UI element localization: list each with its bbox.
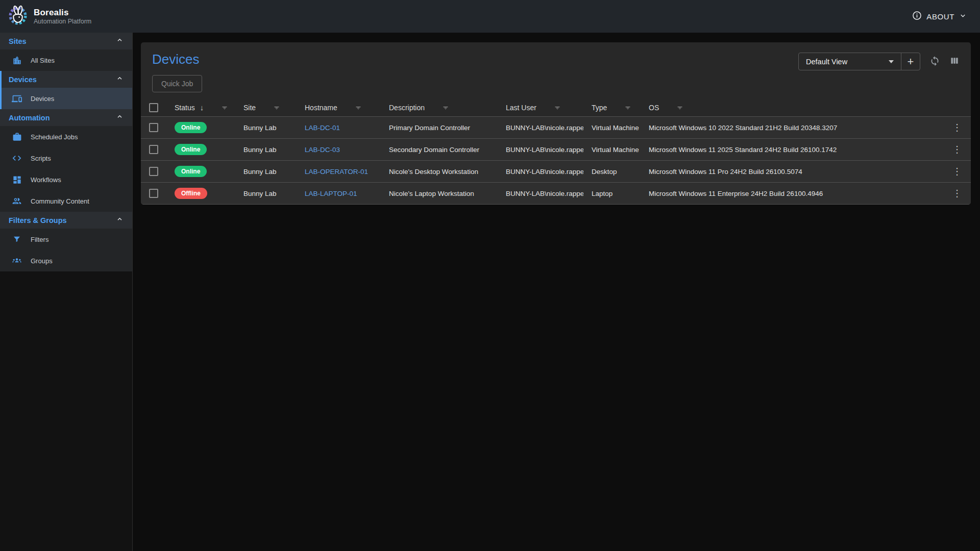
table-row[interactable]: Online Bunny Lab LAB-DC-03 Secondary Dom… — [141, 139, 971, 161]
sidebar-item-label: Filters — [31, 236, 48, 243]
filter-icon[interactable] — [624, 104, 632, 112]
filter-icon[interactable] — [442, 104, 450, 112]
status-badge: Online — [175, 166, 207, 177]
section-label: Filters & Groups — [9, 216, 67, 224]
column-header-site[interactable]: Site — [235, 104, 297, 112]
row-checkbox[interactable] — [149, 167, 158, 176]
workflows-icon — [12, 174, 22, 185]
filter-icon[interactable] — [676, 104, 684, 112]
app-title: Borealis — [34, 8, 91, 18]
sort-desc-icon — [200, 103, 204, 112]
kebab-menu-icon[interactable] — [949, 166, 965, 177]
hostname-link[interactable]: LAB-LAPTOP-01 — [305, 190, 357, 197]
filter-icon[interactable] — [553, 104, 561, 112]
chevron-up-icon — [115, 36, 124, 46]
os-cell: Microsoft Windows 10 2022 Standard 21H2 … — [641, 124, 943, 132]
site-cell: Bunny Lab — [235, 124, 297, 132]
refresh-button[interactable] — [929, 56, 940, 68]
sidebar-item-label: Devices — [31, 95, 54, 103]
code-icon — [12, 153, 22, 163]
filter-icon[interactable] — [273, 104, 281, 112]
description-cell: Primary Domain Controller — [381, 124, 498, 132]
section-label: Sites — [9, 37, 27, 45]
sidebar: SitesAll SitesDevicesDevicesAutomationSc… — [0, 33, 133, 551]
sidebar-item-all-sites[interactable]: All Sites — [0, 49, 132, 71]
status-badge: Online — [175, 144, 207, 155]
about-label: ABOUT — [926, 12, 954, 21]
description-cell: Nicole's Desktop Workstation — [381, 168, 498, 176]
kebab-menu-icon[interactable] — [949, 188, 965, 199]
app-subtitle: Automation Platform — [34, 18, 91, 25]
table-row[interactable]: Online Bunny Lab LAB-OPERATOR-01 Nicole'… — [141, 161, 971, 183]
chevron-up-icon — [115, 74, 124, 85]
site-cell: Bunny Lab — [235, 190, 297, 197]
sidebar-section-header-automation[interactable]: Automation — [0, 109, 132, 126]
sidebar-item-filters[interactable]: Filters — [0, 229, 132, 250]
sidebar-item-label: Community Content — [31, 197, 89, 205]
last-user-cell: BUNNY-LAB\nicole.rappe — [498, 146, 583, 154]
type-cell: Virtual Machine — [583, 124, 641, 132]
hostname-link[interactable]: LAB-DC-03 — [305, 146, 340, 154]
refresh-icon — [929, 56, 940, 68]
sidebar-item-community-content[interactable]: Community Content — [0, 190, 132, 212]
select-all-checkbox[interactable] — [149, 103, 158, 112]
site-cell: Bunny Lab — [235, 168, 297, 176]
borealis-logo-icon — [7, 5, 29, 28]
info-icon — [912, 11, 922, 22]
people-icon — [12, 196, 22, 206]
column-header-hostname[interactable]: Hostname — [297, 104, 381, 112]
sidebar-item-label: Scheduled Jobs — [31, 133, 78, 141]
about-menu[interactable]: ABOUT — [912, 11, 967, 22]
column-header-last-user[interactable]: Last User — [498, 104, 583, 112]
columns-icon — [949, 56, 960, 67]
column-header-description[interactable]: Description — [381, 104, 498, 112]
os-cell: Microsoft Windows 11 Enterprise 24H2 Bui… — [641, 190, 943, 197]
filter-icon[interactable] — [354, 104, 362, 112]
column-header-type[interactable]: Type — [583, 104, 641, 112]
os-cell: Microsoft Windows 11 Pro 24H2 Build 2610… — [641, 168, 943, 176]
table-row[interactable]: Offline Bunny Lab LAB-LAPTOP-01 Nicole's… — [141, 183, 971, 205]
sidebar-item-scheduled-jobs[interactable]: Scheduled Jobs — [0, 126, 132, 147]
filter-icon[interactable] — [220, 104, 229, 112]
chevron-up-icon — [115, 112, 124, 123]
column-header-os[interactable]: OS — [641, 104, 943, 112]
type-cell: Virtual Machine — [583, 146, 641, 154]
view-select[interactable]: Default View — [799, 53, 901, 70]
page-title: Devices — [152, 52, 199, 67]
row-checkbox[interactable] — [149, 123, 158, 132]
brand: Borealis Automation Platform — [7, 5, 91, 28]
hostname-link[interactable]: LAB-DC-01 — [305, 124, 340, 132]
sidebar-item-groups[interactable]: Groups — [0, 250, 132, 271]
sidebar-item-devices[interactable]: Devices — [2, 88, 132, 109]
row-checkbox[interactable] — [149, 189, 158, 198]
table-row[interactable]: Online Bunny Lab LAB-DC-01 Primary Domai… — [141, 117, 971, 139]
devices-panel: Devices Default View — [141, 42, 971, 205]
section-label: Devices — [9, 76, 37, 84]
groups-icon — [12, 256, 22, 266]
sidebar-item-workflows[interactable]: Workflows — [0, 169, 132, 190]
os-cell: Microsoft Windows 11 2025 Standard 24H2 … — [641, 146, 943, 154]
columns-button[interactable] — [949, 56, 960, 67]
description-cell: Nicole's Laptop Workstation — [381, 190, 498, 197]
kebab-menu-icon[interactable] — [949, 122, 965, 133]
table-body: Online Bunny Lab LAB-DC-01 Primary Domai… — [141, 117, 971, 205]
sidebar-section-header-devices[interactable]: Devices — [2, 71, 132, 88]
sidebar-section-header-sites[interactable]: Sites — [0, 33, 132, 49]
quick-job-button[interactable]: Quick Job — [152, 75, 202, 92]
sidebar-menu: SitesAll SitesDevicesDevicesAutomationSc… — [0, 33, 132, 271]
sidebar-item-label: Groups — [31, 257, 53, 265]
sidebar-item-label: Workflows — [31, 176, 61, 184]
kebab-menu-icon[interactable] — [949, 144, 965, 155]
row-checkbox[interactable] — [149, 145, 158, 154]
status-badge: Online — [175, 122, 207, 133]
sidebar-section-header-filters-groups[interactable]: Filters & Groups — [0, 212, 132, 229]
column-header-status[interactable]: Status — [166, 103, 235, 112]
view-select-value: Default View — [806, 58, 847, 66]
sidebar-section: SitesAll Sites — [0, 33, 132, 71]
sidebar-item-scripts[interactable]: Scripts — [0, 147, 132, 169]
sidebar-item-label: All Sites — [31, 57, 55, 64]
hostname-link[interactable]: LAB-OPERATOR-01 — [305, 168, 368, 176]
type-cell: Desktop — [583, 168, 641, 176]
add-view-button[interactable] — [901, 53, 920, 70]
description-cell: Secondary Domain Controller — [381, 146, 498, 154]
